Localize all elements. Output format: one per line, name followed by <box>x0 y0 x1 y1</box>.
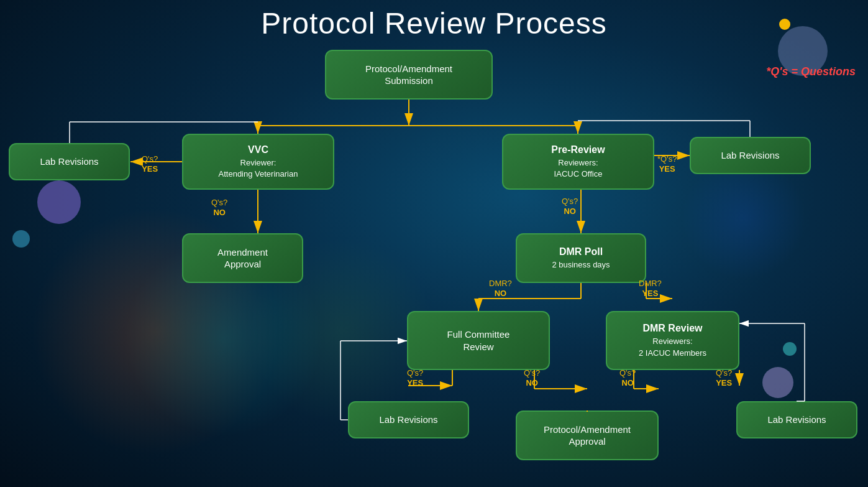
label-vvc-qs-no: Q's?NO <box>211 198 227 217</box>
label-prereview-qs-no: Q's?NO <box>562 197 578 216</box>
box-prereview-title: Pre-Review <box>551 144 605 157</box>
label-dmr-no: DMR?NO <box>489 279 512 298</box>
box-dmr-review-title: DMR Review <box>642 322 702 335</box>
label-fcr-qs-no: Q's?NO <box>524 368 540 387</box>
box-vvc-sub2: Attending Veterinarian <box>219 169 298 180</box>
box-protocol-approval-line2: Approval <box>569 435 605 448</box>
decorative-blob-blue <box>682 155 806 280</box>
label-dmr-review-qs-yes: Q's?YES <box>716 368 732 387</box>
box-submission: Protocol/Amendment Submission <box>325 50 493 100</box>
legend-text: *Q's = Questions <box>766 65 856 78</box>
box-lab-revisions-fcr: Lab Revisions <box>348 401 469 438</box>
box-full-committee-line2: Review <box>463 341 493 353</box>
label-vvc-qs-yes: Q's?YES <box>142 154 158 174</box>
box-lab-revisions-fcr-label: Lab Revisions <box>379 414 437 426</box>
box-dmr-review-sub1: Reviewers: <box>652 336 692 347</box>
decorative-circle-blue-small <box>12 230 30 248</box>
decorative-circle-teal-right <box>783 342 797 356</box>
box-vvc-title: VVC <box>248 144 268 157</box>
box-lab-revisions-dmr-label: Lab Revisions <box>767 414 826 426</box>
box-lab-revisions-left: Lab Revisions <box>9 143 130 180</box>
label-fcr-qs-yes: Q's?YES <box>407 368 423 387</box>
box-lab-revisions-top-right: Lab Revisions <box>690 137 811 174</box>
box-dmr-review-sub2: 2 IACUC Members <box>639 348 706 359</box>
box-vvc-sub1: Reviewer: <box>240 158 276 169</box>
box-amendment-approval-line1: Amendment <box>217 246 268 259</box>
box-vvc: VVC Reviewer: Attending Veterinarian <box>182 134 334 190</box>
box-dmr-poll: DMR Poll 2 business days <box>516 233 646 283</box>
box-amendment-approval-line2: Approval <box>224 258 261 271</box>
box-lab-revisions-dmr: Lab Revisions <box>736 401 857 438</box>
label-dmr-yes: DMR?YES <box>639 279 662 298</box>
box-lab-revisions-left-label: Lab Revisions <box>40 155 98 168</box>
label-prereview-qs-yes: *Q's?YES <box>657 154 677 174</box>
box-lab-revisions-top-right-label: Lab Revisions <box>721 149 779 162</box>
label-dmr-review-qs-no: Q's?NO <box>619 368 636 387</box>
box-prereview-sub2: IACUC Office <box>554 169 603 180</box>
box-prereview-sub1: Reviewers: <box>558 158 598 169</box>
decorative-circle-purple <box>37 180 81 224</box>
box-protocol-approval-line1: Protocol/Amendment <box>544 424 631 436</box>
decorative-circle-lavender <box>762 367 793 398</box>
box-dmr-poll-sub: 2 business days <box>552 260 610 271</box>
box-dmr-review: DMR Review Reviewers: 2 IACUC Members <box>606 311 739 370</box>
box-submission-line2: Submission <box>385 75 433 87</box>
box-full-committee: Full Committee Review <box>407 311 550 370</box>
box-dmr-poll-title: DMR Poll <box>559 246 603 259</box>
box-prereview: Pre-Review Reviewers: IACUC Office <box>502 134 654 190</box>
page-title: Protocol Review Process <box>0 6 868 40</box>
box-full-committee-line1: Full Committee <box>447 328 510 341</box>
box-protocol-approval: Protocol/Amendment Approval <box>516 410 659 460</box>
box-submission-line1: Protocol/Amendment <box>365 63 452 75</box>
box-amendment-approval: Amendment Approval <box>182 233 303 283</box>
